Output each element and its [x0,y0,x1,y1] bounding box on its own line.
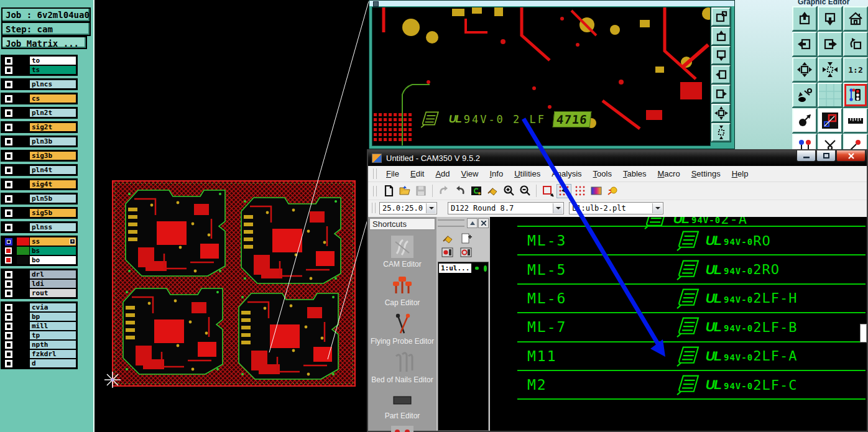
chevron-down-icon[interactable] [553,203,563,213]
layer-color-swatch[interactable] [17,341,29,349]
chevron-down-icon[interactable] [426,203,436,213]
layer-visibility-checkbox[interactable] [2,247,17,254]
layer-color-swatch[interactable] [17,137,29,145]
layer-display-button[interactable] [843,83,868,108]
layer-color-swatch[interactable] [17,313,29,321]
measure-button[interactable] [843,108,868,133]
active-layer-combobox[interactable]: L1:ulb-2.plt [569,202,663,214]
dock-collapse-button[interactable] [467,218,478,228]
layer-color-swatch[interactable] [17,57,29,65]
layer-color-swatch[interactable] [17,303,29,311]
layer-visibility-checkbox[interactable] [2,81,17,88]
layer-color-swatch[interactable] [17,195,29,203]
layer-color-swatch[interactable] [17,247,29,255]
shortcut-part-editor[interactable]: Part Editor [368,390,436,420]
dcode-combobox[interactable]: D122 Round 8.7 [448,202,564,214]
grid-button[interactable] [573,184,588,198]
ul-marking-viewport[interactable]: UL 94V-0 2-A ML-3 UL 94V-0 RO ML-5 UL 94… [490,217,867,431]
layer-visibility-checkbox[interactable] [2,167,17,174]
layer-color-swatch[interactable] [17,166,29,174]
layer-visibility-checkbox[interactable] [2,341,17,349]
rotate-view-button[interactable] [843,32,868,57]
layer-row[interactable]: bo [2,255,76,265]
layer-color-swatch[interactable] [17,152,29,160]
layer-visibility-checkbox[interactable] [2,195,17,203]
layer-color-swatch[interactable] [17,237,29,246]
layer-row[interactable]: to [2,56,76,65]
dock-close-button[interactable] [478,218,489,228]
layer-visibility-checkbox[interactable] [2,124,17,131]
add-layer-icon[interactable] [460,232,473,244]
layer-visibility-checkbox[interactable] [2,351,17,358]
layer-color-swatch[interactable] [17,331,29,339]
layer-color-swatch[interactable] [17,209,29,217]
layer-row[interactable]: rout [2,288,76,298]
home-view-button[interactable] [843,6,868,31]
pan-right-button[interactable] [818,32,843,57]
zoom-viewport[interactable]: UL 94V-0 2 LF 4716 [372,7,711,146]
dock-titlebar[interactable] [436,217,490,229]
shortcut-cap-editor[interactable]: Cap Editor [368,274,436,307]
fit-in-button[interactable] [818,57,843,82]
toolbar-grip[interactable] [373,168,377,179]
menu-edit[interactable]: Edit [405,167,430,180]
snap-grid-button[interactable] [556,184,571,198]
tools-palette-button[interactable] [792,83,817,108]
shortcut-flying-probe-editor[interactable]: Flying Probe Editor [368,313,436,346]
layer-visibility-checkbox[interactable] [2,323,17,330]
layer-row[interactable]: sig4t [2,180,76,189]
toolbar-grip[interactable] [373,186,377,196]
redo-button[interactable] [453,184,468,198]
layer-active-indicator[interactable] [484,265,487,272]
layer-color-swatch[interactable] [17,289,29,297]
layer-row[interactable]: tp [2,331,76,340]
layer-visibility-checkbox[interactable] [2,360,17,367]
move-button[interactable] [792,108,817,133]
clear-button[interactable] [485,184,500,198]
menu-file[interactable]: File [381,167,405,180]
layer-row[interactable]: sig2t [2,122,76,132]
layer-visibility-checkbox[interactable] [2,313,17,321]
pan-left-button[interactable] [792,32,817,57]
shortcuts-header[interactable]: Shortcuts [369,218,435,230]
layer-color-swatch[interactable] [17,256,29,264]
cam350-window[interactable]: Untitled - CAM350 V 9.5.2 FileEditAddVie… [367,149,868,432]
pan-down-button[interactable] [818,6,843,31]
new-file-button[interactable] [381,184,396,198]
layer-visibility-checkbox[interactable] [2,257,17,264]
layer-visibility-checkbox[interactable] [2,181,17,188]
layer-row[interactable]: fzkdrl [2,349,76,359]
layer-row[interactable]: ss + [2,237,76,246]
layer-row[interactable]: bs [2,246,76,255]
chevron-down-icon[interactable] [652,203,662,213]
layer-row[interactable]: pln3b [2,137,76,146]
layer-visibility-checkbox[interactable] [2,138,17,145]
layer-row[interactable]: bp [2,312,76,321]
layer-visibility-checkbox[interactable] [2,152,17,160]
layer-visibility-checkbox[interactable] [2,224,17,231]
layer-row[interactable]: pln5b [2,194,76,203]
zoom-preview-window[interactable]: UL 94V-0 2 LF 4716 [369,0,735,149]
layer-row[interactable]: ldi [2,279,76,288]
layer-color-swatch[interactable] [17,66,29,74]
menu-tools[interactable]: Tools [588,167,617,180]
layer-row[interactable]: npth [2,340,76,349]
layer-visibility-checkbox[interactable] [2,209,17,217]
zoom-in-button[interactable] [501,184,516,198]
menu-view[interactable]: View [456,167,484,180]
layer-row[interactable]: plncs [2,80,76,89]
redraw-button[interactable] [469,184,484,198]
cam-main-viewport[interactable] [93,0,369,432]
grid-toggle-button[interactable] [818,83,843,108]
zoom-out-button[interactable] [517,184,532,198]
menu-utilities[interactable]: Utilities [509,167,546,180]
layer-visibility-checkbox[interactable] [2,57,17,65]
layer-color-swatch[interactable] [17,322,29,330]
layer-row[interactable]: cvia [2,303,76,312]
job-matrix-button[interactable]: Job Matrix ... [1,36,87,49]
layer-visibility-checkbox[interactable] [2,271,17,278]
layer-visibility-checkbox[interactable] [2,67,17,74]
layer-color-swatch[interactable] [17,123,29,131]
menu-add[interactable]: Add [430,167,455,180]
layer-color-swatch[interactable] [17,270,29,278]
